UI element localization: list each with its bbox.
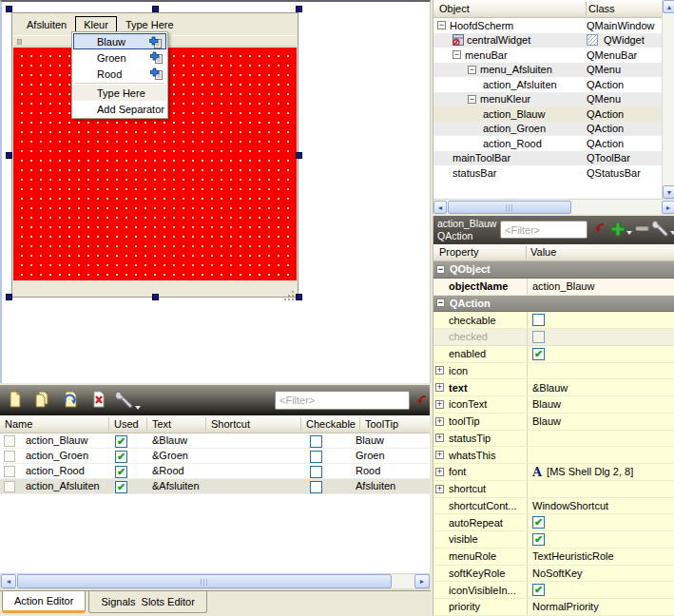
selection-handle-top-center[interactable]	[152, 6, 159, 12]
property-expander-icon[interactable]: +	[435, 417, 444, 426]
column-header-object[interactable]: Object	[439, 3, 470, 14]
property-value[interactable]: ✔	[528, 533, 674, 546]
group-expander-icon[interactable]: −	[436, 298, 445, 307]
property-name[interactable]: checkable	[449, 315, 527, 326]
checkbox-unchecked[interactable]	[310, 451, 322, 463]
property-value[interactable]: Blauw	[528, 415, 674, 427]
property-value[interactable]: ✔	[528, 516, 674, 529]
checkbox-checked[interactable]: ✔	[532, 348, 545, 360]
action-filter-input[interactable]	[275, 391, 410, 410]
copy-action-button[interactable]	[30, 389, 53, 412]
column-header-tooltip[interactable]: ToolTip	[365, 418, 398, 430]
scroll-up-button[interactable]: ▲	[663, 0, 674, 13]
action-editor-hscrollbar[interactable]: ◄ ►	[0, 573, 430, 589]
property-value[interactable]	[528, 314, 674, 326]
property-row-icontext[interactable]: +iconTextBlauw	[433, 396, 674, 414]
property-value[interactable]: A[MS Shell Dlg 2, 8]	[528, 466, 674, 478]
property-value[interactable]: Blauw	[528, 398, 674, 410]
property-value[interactable]: action_Blauw	[528, 280, 674, 292]
scroll-right-button[interactable]: ►	[414, 574, 430, 588]
property-name[interactable]: toolTip	[449, 415, 527, 427]
delete-action-button[interactable]	[87, 389, 110, 412]
scroll-down-button[interactable]: ▼	[663, 185, 674, 199]
new-action-button[interactable]	[4, 389, 27, 412]
object-inspector-header[interactable]: Object Class	[433, 0, 662, 18]
checkbox-unchecked[interactable]	[310, 466, 322, 478]
property-row-priority[interactable]: priorityNormalPriority	[433, 599, 674, 616]
property-name[interactable]: text	[449, 382, 527, 394]
property-row-softkeyrole[interactable]: softKeyRoleNoSoftKey	[433, 566, 674, 583]
menu-item-rood[interactable]: Rood	[73, 66, 166, 82]
column-header-checkable[interactable]: Checkable	[306, 418, 356, 430]
column-header-text[interactable]: Text	[152, 418, 171, 430]
property-name[interactable]: visible	[449, 533, 527, 545]
add-dynamic-property-button[interactable]	[610, 221, 632, 237]
property-row-iconvisiblein-[interactable]: iconVisibleIn...✔	[433, 582, 674, 599]
checkbox-checked[interactable]: ✔	[532, 533, 545, 546]
property-expander-icon[interactable]: +	[435, 433, 444, 442]
selection-handle-top-left[interactable]	[6, 6, 12, 12]
action-row-action-groen[interactable]: action_Groen✔&GroenGroen	[0, 449, 430, 464]
action-row-action-afsluiten[interactable]: action_Afsluiten✔&AfsluitenAfsluiten	[0, 479, 430, 494]
checkbox-unchecked[interactable]	[532, 314, 545, 326]
property-value[interactable]: TextHeuristicRole	[528, 550, 674, 562]
property-value[interactable]: ✔	[528, 584, 674, 596]
property-row-statustip[interactable]: +statusTip	[433, 431, 674, 448]
property-group-qaction[interactable]: −QAction	[433, 296, 674, 313]
checkbox-checked[interactable]: ✔	[115, 466, 127, 478]
property-name[interactable]: iconText	[449, 398, 527, 410]
action-table-header[interactable]: Name Used Text Shortcut Checkable ToolTi…	[0, 415, 430, 433]
property-row-shortcut[interactable]: +shortcut	[433, 481, 674, 498]
edit-action-button[interactable]	[59, 389, 82, 412]
property-expander-icon[interactable]: +	[435, 468, 444, 476]
object-tree-row-menu-afsluiten[interactable]: −menu_AfsluitenQMenu	[433, 63, 662, 78]
tree-expander-icon[interactable]: −	[468, 95, 476, 104]
object-tree-row-hoofdscherm[interactable]: −HoofdSchermQMainWindow	[433, 18, 662, 33]
object-tree-row-menubar[interactable]: −menuBarQMenuBar	[433, 48, 662, 63]
property-row-checkable[interactable]: checkable	[433, 312, 674, 329]
property-row-whatsthis[interactable]: +whatsThis	[433, 447, 674, 464]
object-inspector-vscrollbar[interactable]: ▲ ▼	[662, 0, 674, 199]
selection-handle-mid-right[interactable]	[296, 152, 302, 159]
property-row-icon[interactable]: +icon	[433, 363, 674, 380]
scroll-left-button[interactable]: ◄	[1, 574, 16, 588]
object-tree-row-action-rood[interactable]: action_RoodQAction	[433, 136, 662, 151]
property-value[interactable]	[528, 331, 674, 343]
checkbox-checked[interactable]: ✔	[532, 516, 545, 529]
object-tree-row-centralwidget[interactable]: centralWidgetQWidget	[433, 33, 662, 48]
selection-handle-mid-left[interactable]	[6, 152, 12, 159]
property-row-text[interactable]: +text&Blauw	[433, 379, 674, 396]
group-expander-icon[interactable]: −	[436, 265, 445, 274]
tree-expander-icon[interactable]: −	[468, 66, 476, 74]
checkbox-checked[interactable]: ✔	[115, 481, 127, 493]
property-expander-icon[interactable]: +	[435, 400, 444, 409]
property-name[interactable]: softKeyRole	[449, 568, 527, 579]
property-row-enabled[interactable]: enabled✔	[433, 346, 674, 363]
property-name[interactable]: whatsThis	[449, 450, 527, 461]
property-row-visible[interactable]: visible✔	[433, 531, 674, 549]
property-value[interactable]: &Blauw	[528, 382, 674, 394]
reset-filter-icon[interactable]	[415, 395, 428, 408]
checkbox-checked[interactable]: ✔	[115, 435, 127, 448]
property-expander-icon[interactable]: +	[435, 383, 444, 392]
selection-handle-bottom-left[interactable]	[6, 294, 12, 300]
property-name[interactable]: objectName	[449, 280, 527, 292]
property-value[interactable]: WindowShortcut	[528, 500, 674, 511]
property-name[interactable]: menuRole	[449, 550, 527, 562]
column-header-used[interactable]: Used	[114, 418, 139, 430]
menu-item-groen[interactable]: Groen	[73, 49, 166, 66]
selection-handle-bottom-right[interactable]	[296, 294, 302, 300]
property-name[interactable]: priority	[449, 601, 527, 612]
property-name[interactable]: shortcut	[449, 483, 527, 494]
property-name[interactable]: checked	[449, 331, 527, 342]
property-name[interactable]: enabled	[449, 348, 527, 359]
remove-dynamic-property-button[interactable]	[635, 226, 649, 231]
column-header-property[interactable]: Property	[439, 246, 479, 258]
property-name[interactable]: autoRepeat	[449, 517, 527, 529]
property-name[interactable]: icon	[449, 365, 527, 376]
property-row-font[interactable]: +fontA[MS Shell Dlg 2, 8]	[433, 464, 674, 481]
checkbox-checked[interactable]: ✔	[532, 584, 545, 596]
property-row-checked[interactable]: checked	[433, 329, 674, 346]
property-row-objectname[interactable]: objectNameaction_Blauw	[433, 279, 674, 296]
tree-expander-icon[interactable]: −	[453, 50, 461, 59]
